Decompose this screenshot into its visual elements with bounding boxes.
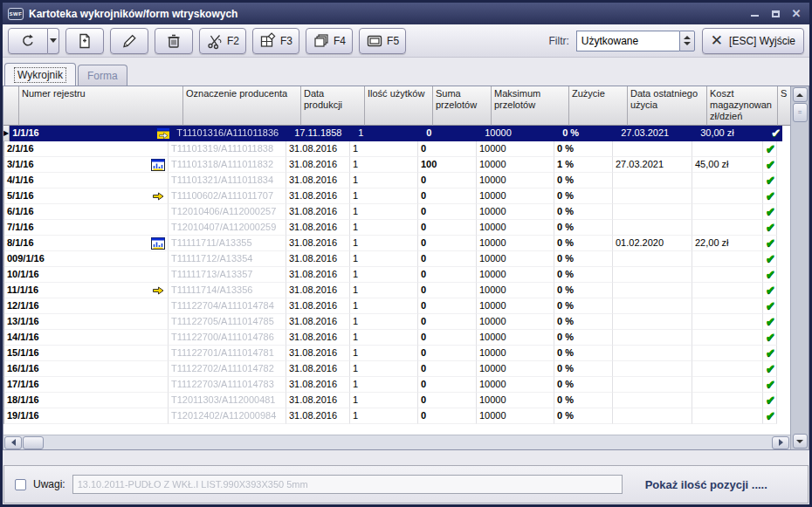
table-row[interactable]: 3/1/16 T11101318/A111011832 31.08.2016 1… [3,157,790,173]
cell-data-produkcji: 31.08.2016 [286,408,350,424]
table-row[interactable]: 7/1/16 T12010407/A112000259 31.08.2016 1… [3,220,790,236]
delete-button[interactable] [155,28,193,54]
cell-data-ostatniego-uzycia: 27.03.2021 [613,157,692,173]
table-row[interactable]: 2/1/16 T11101319/A111011838 31.08.2016 1… [3,141,790,157]
f2-button[interactable]: F2 [199,28,246,54]
f3-button[interactable]: F3 [252,28,299,54]
cell-oznaczenie-producenta: T11122705/A111014785 [169,314,286,330]
cell-koszt [692,361,763,377]
close-button[interactable]: ✕ [790,8,802,20]
show-count-link[interactable]: Pokaż ilość pozycji ..... [645,478,767,491]
refresh-button[interactable] [8,28,48,54]
table-row[interactable]: ▶ 1/1/16 T11101316/A111011836 17.11.1858… [3,126,790,141]
f5-button[interactable]: F5 [359,28,406,54]
cell-numer-rejestru: 5/1/16 [4,188,169,204]
cell-numer-rejestru: 14/1/16 [4,330,169,346]
header-numer-rejestru[interactable]: Numer rejestru [19,86,183,126]
scroll-down-button[interactable] [793,434,808,449]
cell-data-ostatniego-uzycia [613,314,692,330]
f4-button[interactable]: F4 [306,28,353,54]
cell-oznaczenie-producenta: T11122701/A111014781 [169,346,286,361]
cell-maksimum-przelotow: 10000 [477,267,554,283]
header-ilosc-uzytkow[interactable]: Ilość użytków [365,86,433,126]
uwagi-input[interactable]: 13.10.2011-PUDŁO Z WKŁ.I LIST.990X393X35… [72,475,623,494]
header-zuzycie[interactable]: Zużycie [569,86,628,126]
cell-numer-rejestru: 18/1/16 [4,393,169,408]
table-row[interactable]: 18/1/16 T12011303/A112000481 31.08.2016 … [3,393,790,408]
vertical-scroll-thumb[interactable]: = [793,103,808,122]
tab-wykrojnik[interactable]: Wykrojnik [4,63,76,86]
cell-status: ✔ [763,283,777,298]
table-row[interactable]: 19/1/16 T12012402/A112000984 31.08.2016 … [3,408,790,424]
scroll-up-button[interactable] [793,87,808,102]
cell-ilosc-uzytkow: 1 [350,267,418,283]
spinner-down-icon [684,42,691,45]
cell-oznaczenie-producenta: T11122703/A111014783 [169,377,286,393]
header-maksimum-przelotow[interactable]: Maksimum przelotów [492,86,569,126]
cell-data-produkcji: 17.11.1858 [292,126,355,141]
cell-status: ✔ [763,377,777,393]
cell-numer-rejestru: 4/1/16 [4,173,169,188]
horizontal-scroll-thumb[interactable] [23,436,44,449]
cell-status: ✔ [763,141,777,157]
cell-numer-rejestru: 1/1/16 [10,126,174,141]
header-data-ostatniego-uzycia[interactable]: Data ostatniego użycia [628,86,707,126]
table-row[interactable]: 4/1/16 T11101321/A111011834 31.08.2016 1… [3,173,790,188]
table-row[interactable]: 5/1/16 T11100602/A111011707 31.08.2016 1… [3,188,790,204]
minimize-button[interactable] [748,8,760,20]
refresh-dropdown-button[interactable] [48,28,59,54]
scroll-left-button[interactable] [4,436,22,449]
edit-button[interactable] [110,28,148,54]
table-row[interactable]: 16/1/16 T11122702/A111014782 31.08.2016 … [3,361,790,377]
exit-button[interactable]: ✕ [ESC] Wyjście [702,28,804,54]
cell-suma-przelotow: 0 [418,330,477,346]
cell-numer-rejestru: 2/1/16 [4,141,169,157]
copies-icon [313,32,330,50]
cell-data-ostatniego-uzycia [613,298,692,314]
header-suma-przelotow[interactable]: Suma przelotów [433,86,492,126]
records-table: Numer rejestru Oznaczenie producenta Dat… [3,86,809,450]
cell-zuzycie: 0 % [554,220,613,236]
title-bar: SWF Kartoteka wykrojników/form wtryskowy… [3,3,809,24]
table-row[interactable]: 10/1/16 T11111713/A13357 31.08.2016 1 0 … [3,267,790,283]
table-row[interactable]: 11/1/16 T11111714/A13356 31.08.2016 1 0 … [3,283,790,298]
cell-data-produkcji: 31.08.2016 [286,361,350,377]
scroll-right-button[interactable] [772,436,789,449]
cell-zuzycie: 0 % [554,283,613,298]
cell-zuzycie: 0 % [554,361,613,377]
table-row[interactable]: 14/1/16 T11122700/A111014786 31.08.2016 … [3,330,790,346]
cell-suma-przelotow: 0 [418,173,477,188]
filter-spinner[interactable] [679,31,695,51]
cell-numer-rejestru: 11/1/16 [4,283,169,298]
cell-suma-przelotow: 0 [423,126,482,141]
cell-maksimum-przelotow: 10000 [477,204,554,220]
cell-ilosc-uzytkow: 1 [350,330,418,346]
cell-koszt [692,141,763,157]
cell-maksimum-przelotow: 10000 [477,283,554,298]
cell-data-ostatniego-uzycia [613,361,692,377]
header-oznaczenie-producenta[interactable]: Oznaczenie producenta [183,86,301,126]
tab-forma-label: Forma [87,70,118,82]
uwagi-checkbox[interactable] [15,479,26,490]
header-status[interactable]: S [778,86,790,126]
table-row[interactable]: 12/1/16 T11122704/A111014784 31.08.2016 … [3,298,790,314]
header-koszt-magazynowania[interactable]: Koszt magazynowan zł/dzień [707,86,778,126]
table-row[interactable]: 17/1/16 T11122703/A111014783 31.08.2016 … [3,377,790,393]
vertical-scrollbar[interactable]: = [790,86,809,449]
table-row[interactable]: 13/1/16 T11122705/A111014785 31.08.2016 … [3,314,790,330]
cell-suma-przelotow: 0 [418,361,477,377]
tab-forma[interactable]: Forma [78,65,127,86]
cell-data-produkcji: 31.08.2016 [286,283,350,298]
header-data-produkcji[interactable]: Data produkcji [301,86,365,126]
filter-combobox[interactable]: Użytkowane [576,31,695,51]
horizontal-scrollbar[interactable] [3,435,790,449]
table-row[interactable]: 009/1/16 T11111712/A13354 31.08.2016 1 0… [3,251,790,267]
new-button[interactable] [65,28,104,54]
table-row[interactable]: 8/1/16 T11111711/A13355 31.08.2016 1 0 1… [3,236,790,251]
exit-label: [ESC] Wyjście [729,35,795,47]
cell-data-ostatniego-uzycia [613,393,692,408]
cell-numer-rejestru: 19/1/16 [4,408,169,424]
table-row[interactable]: 6/1/16 T12010406/A112000257 31.08.2016 1… [3,204,790,220]
maximize-button[interactable] [769,8,781,20]
table-row[interactable]: 15/1/16 T11122701/A111014781 31.08.2016 … [3,346,790,361]
